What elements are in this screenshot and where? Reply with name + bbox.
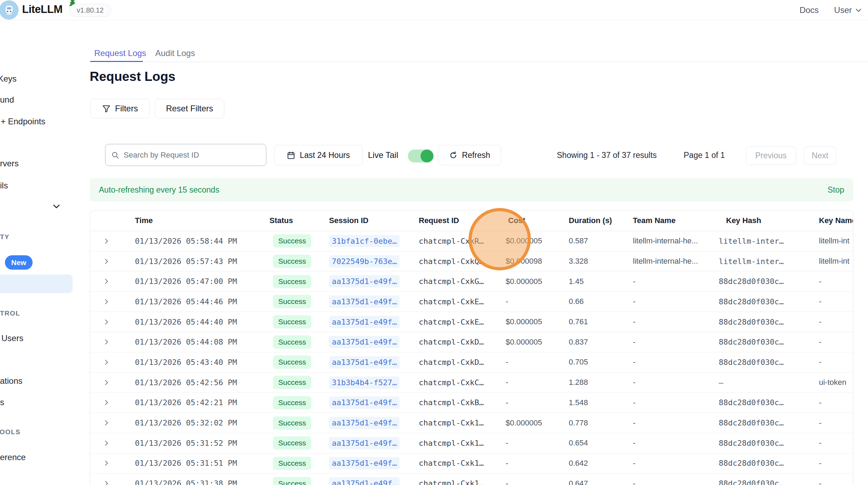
cell-duration: 0.778	[569, 413, 588, 433]
sidebar-item-organizations[interactable]: ations	[0, 376, 22, 386]
tab-request-logs[interactable]: Request Logs	[94, 48, 146, 58]
session-id-link[interactable]: aa1375d1-e49f…	[329, 336, 399, 348]
live-tail-toggle[interactable]	[408, 150, 433, 162]
cell-key-hash: litellm-inter…	[719, 231, 784, 251]
brand-title: LiteLLM	[22, 3, 62, 16]
session-id-link[interactable]: aa1375d1-e49f…	[329, 457, 399, 469]
auto-refresh-text: Auto-refreshing every 15 seconds	[99, 185, 219, 195]
cell-status: Success	[273, 251, 311, 271]
expand-row-chevron-icon[interactable]	[103, 373, 113, 393]
table-row: 01/13/2026 05:42:56 PM Success 31b3b4b4-…	[90, 373, 853, 393]
sidebar-item-guardrails[interactable]: ils	[0, 181, 8, 190]
search-input[interactable]	[124, 151, 260, 160]
session-id-link[interactable]: aa1375d1-e49f…	[329, 296, 399, 308]
filters-button[interactable]: Filters	[90, 99, 150, 118]
cell-time: 01/13/2026 05:42:21 PM	[135, 393, 237, 413]
cell-cost: $0.000005	[506, 312, 542, 332]
cell-team-name: -	[633, 393, 635, 413]
col-header-time: Time	[135, 210, 153, 231]
sidebar-item-reference[interactable]: erence	[0, 452, 26, 462]
expand-row-chevron-icon[interactable]	[103, 473, 113, 485]
status-badge: Success	[273, 315, 311, 328]
cell-time: 01/13/2026 05:44:46 PM	[135, 292, 237, 312]
cell-duration: 0.837	[569, 332, 588, 352]
cell-duration: 0.647	[569, 473, 588, 485]
logs-table-card: Time Status Session ID Request ID Cost D…	[90, 210, 853, 485]
status-badge: Success	[273, 396, 311, 409]
sidebar-item-keys[interactable]: Keys	[0, 74, 16, 84]
cell-duration: 1.288	[569, 373, 588, 393]
expand-row-chevron-icon[interactable]	[103, 413, 113, 433]
status-badge: Success	[273, 477, 311, 485]
session-id-link[interactable]: aa1375d1-e49f…	[329, 275, 399, 287]
session-id-link[interactable]: aa1375d1-e49f…	[329, 477, 399, 485]
expand-row-chevron-icon[interactable]	[103, 393, 113, 413]
col-header-key-hash: Key Hash	[726, 210, 761, 231]
cell-team-name: -	[633, 312, 635, 332]
expand-row-chevron-icon[interactable]	[103, 312, 113, 332]
cell-session-id: aa1375d1-e49f…	[329, 413, 399, 433]
refresh-icon	[449, 151, 458, 160]
col-header-key-name: Key Name	[819, 210, 853, 231]
status-badge: Success	[273, 355, 311, 369]
cell-session-id: aa1375d1-e49f…	[329, 393, 399, 413]
cell-team-name: -	[633, 413, 635, 433]
expand-row-chevron-icon[interactable]	[103, 251, 113, 271]
next-page-button[interactable]: Next	[804, 146, 836, 165]
sidebar-item-teams[interactable]: s	[0, 397, 4, 407]
cell-status: Success	[273, 413, 311, 433]
expand-row-chevron-icon[interactable]	[103, 453, 113, 473]
expand-row-chevron-icon[interactable]	[103, 271, 113, 291]
cell-key-name: -	[819, 312, 821, 332]
previous-page-button[interactable]: Previous	[746, 146, 796, 165]
session-id-link[interactable]: aa1375d1-e49f…	[329, 356, 399, 368]
calendar-icon	[287, 151, 295, 160]
cell-duration: 0.654	[569, 433, 588, 453]
session-id-link[interactable]: aa1375d1-e49f…	[329, 396, 399, 409]
session-id-link[interactable]: aa1375d1-e49f…	[329, 316, 399, 328]
cell-time: 01/13/2026 05:58:44 PM	[135, 231, 237, 251]
col-header-duration: Duration (s)	[569, 210, 612, 231]
sidebar-item-playground[interactable]: und	[0, 95, 14, 105]
cell-status: Success	[273, 231, 311, 251]
sidebar-item-active-logs[interactable]	[0, 275, 73, 293]
tab-audit-logs[interactable]: Audit Logs	[155, 48, 195, 58]
cell-key-name: -	[819, 453, 821, 473]
session-id-link[interactable]: 31b3b4b4-f527…	[329, 376, 399, 389]
time-range-button[interactable]: Last 24 Hours	[274, 145, 363, 165]
sidebar-item-users[interactable]: Users	[1, 333, 23, 343]
sidebar-item-servers[interactable]: rvers	[0, 159, 19, 168]
table-row: 01/13/2026 05:44:08 PM Success aa1375d1-…	[90, 332, 853, 352]
sidebar-section-access-control: TROL	[0, 310, 20, 317]
expand-row-chevron-icon[interactable]	[103, 292, 113, 312]
cell-key-hash: 88dc28d0f030c…	[719, 473, 784, 485]
sidebar-section-observability: TY	[0, 233, 9, 241]
expand-row-chevron-icon[interactable]	[103, 352, 113, 372]
session-id-link[interactable]: aa1375d1-e49f…	[329, 437, 399, 449]
expand-row-chevron-icon[interactable]	[103, 332, 113, 352]
reset-filters-button[interactable]: Reset Filters	[155, 99, 224, 118]
train-icon	[3, 4, 15, 16]
user-menu[interactable]: User	[834, 5, 862, 15]
funnel-icon	[102, 104, 111, 113]
active-tab-underline	[90, 61, 143, 62]
expand-row-chevron-icon[interactable]	[103, 231, 113, 251]
cell-time: 01/13/2026 05:44:08 PM	[135, 332, 237, 352]
session-id-link[interactable]: 31bfa1cf-0ebe…	[329, 235, 399, 247]
cell-session-id: aa1375d1-e49f…	[329, 473, 399, 485]
stop-auto-refresh-link[interactable]: Stop	[828, 185, 844, 195]
table-row: 01/13/2026 05:43:40 PM Success aa1375d1-…	[90, 352, 853, 373]
cell-status: Success	[273, 453, 311, 473]
status-badge: Success	[273, 275, 311, 288]
session-id-link[interactable]: 7022549b-763e…	[329, 255, 399, 268]
filters-button-label: Filters	[115, 104, 138, 113]
sidebar-chevron-down-icon[interactable]	[52, 202, 61, 211]
cell-session-id: aa1375d1-e49f…	[329, 453, 399, 473]
refresh-button[interactable]: Refresh	[438, 145, 501, 165]
docs-link[interactable]: Docs	[800, 5, 819, 15]
session-id-link[interactable]: aa1375d1-e49f…	[329, 417, 399, 429]
cell-time: 01/13/2026 05:42:56 PM	[135, 373, 237, 393]
sidebar-item-endpoints[interactable]: + Endpoints	[1, 117, 45, 126]
expand-row-chevron-icon[interactable]	[103, 433, 113, 453]
cell-team-name: -	[633, 373, 635, 393]
